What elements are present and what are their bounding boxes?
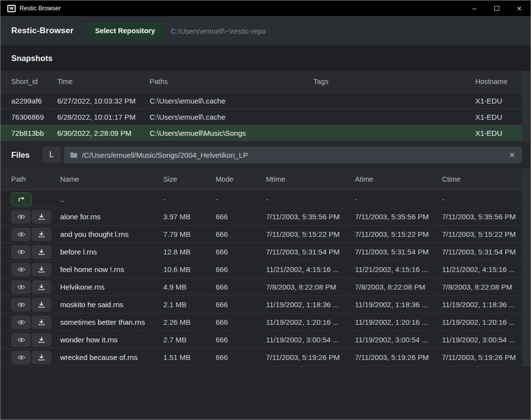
repository-path: C:\Users\emuell\~\restic-repo — [171, 27, 266, 35]
download-file-button[interactable] — [32, 228, 51, 241]
file-atime: 11/19/2002, 1:20:16 ... — [355, 318, 442, 326]
column-header-name: Name — [60, 175, 163, 183]
file-mode: 666 — [216, 336, 266, 344]
column-header-mode: Mode — [216, 175, 266, 183]
file-ctime: 7/11/2003, 5:35:56 PM — [442, 212, 520, 221]
file-name: .. — [60, 195, 163, 203]
snapshot-hostname: X1-EDU — [475, 97, 520, 105]
files-table-body: alone for.rns 3.97 MB 666 7/11/2003, 5:3… — [0, 208, 531, 366]
file-ctime: 11/19/2002, 3:00:54 ... — [442, 336, 520, 344]
files-scrollbar-track — [522, 168, 531, 366]
empty-area — [0, 366, 531, 420]
download-icon — [38, 336, 45, 343]
file-atime: 11/19/2002, 3:00:54 ... — [355, 336, 442, 344]
column-header-tags: Tags — [313, 78, 475, 85]
close-button[interactable]: ✕ — [508, 0, 531, 16]
preview-file-button[interactable] — [11, 280, 31, 294]
preview-file-button[interactable] — [11, 263, 31, 276]
file-list-mode-button[interactable]: L — [43, 147, 61, 163]
eye-icon — [17, 249, 25, 255]
snapshots-table: Short_id Time Paths Tags Hostname a2299a… — [0, 71, 531, 141]
preview-file-button[interactable] — [11, 210, 31, 224]
download-icon — [38, 319, 45, 326]
file-row: alone for.rns 3.97 MB 666 7/11/2003, 5:3… — [0, 208, 531, 226]
minimize-button[interactable]: ─ — [463, 0, 486, 16]
snapshot-hostname: X1-EDU — [475, 129, 520, 137]
titlebar: W Restic Browser ─ ✕ — [0, 0, 531, 16]
file-atime: 11/21/2002, 4:15:16 ... — [355, 265, 442, 273]
files-table: Path Name Size Mode Mtime Atime Ctime ..… — [0, 168, 531, 366]
file-name: alone for.rns — [60, 212, 163, 221]
preview-file-button[interactable] — [11, 333, 31, 347]
column-header-path: Path — [11, 175, 60, 183]
preview-file-button[interactable] — [11, 245, 31, 259]
preview-file-button[interactable] — [11, 298, 31, 312]
file-mtime: 7/11/2003, 5:19:26 PM — [266, 353, 355, 361]
file-atime: 7/11/2003, 5:35:56 PM — [355, 212, 442, 221]
download-file-button[interactable] — [32, 245, 51, 259]
maximize-icon — [494, 6, 499, 11]
file-mtime: - — [266, 195, 355, 203]
parent-directory-row: .. - - - - - — [0, 190, 531, 208]
file-mode: 666 — [216, 248, 266, 256]
download-file-button[interactable] — [32, 263, 51, 276]
snapshot-row[interactable]: 72b813bb 6/30/2022, 2:28:09 PM C:\Users\… — [0, 125, 531, 141]
clear-path-icon[interactable]: ✕ — [508, 150, 516, 160]
download-icon — [38, 213, 45, 220]
file-atime: 11/19/2002, 1:18:36 ... — [355, 300, 442, 309]
go-up-directory-button[interactable] — [11, 192, 32, 206]
download-file-button[interactable] — [32, 351, 51, 364]
file-size: 2.7 MB — [163, 336, 216, 344]
breadcrumb-path-text: /C/Users/emuell/Music/Songs/2004_Helveti… — [82, 151, 508, 159]
maximize-button[interactable] — [486, 0, 508, 16]
file-row: and you thought l.rns 7.79 MB 666 7/11/2… — [0, 226, 531, 243]
file-mtime: 7/8/2003, 8:22:08 PM — [266, 283, 355, 291]
download-file-button[interactable] — [32, 210, 51, 224]
files-table-header: Path Name Size Mode Mtime Atime Ctime — [0, 168, 531, 190]
file-ctime: 11/19/2002, 1:18:36 ... — [442, 300, 520, 309]
file-mtime: 11/19/2002, 1:20:16 ... — [266, 318, 355, 326]
column-header-ctime: Ctime — [442, 175, 520, 183]
snapshot-time: 6/28/2022, 10:01:17 PM — [57, 113, 150, 121]
window-title: Restic Browser — [20, 5, 61, 12]
file-size: 1.51 MB — [163, 353, 216, 361]
download-file-button[interactable] — [32, 333, 51, 347]
file-ctime: 7/11/2003, 5:15:22 PM — [442, 230, 520, 238]
file-path-breadcrumb[interactable]: /C/Users/emuell/Music/Songs/2004_Helveti… — [64, 147, 522, 163]
files-section-band: Files L /C/Users/emuell/Music/Songs/2004… — [0, 141, 531, 168]
files-heading: Files — [11, 150, 30, 160]
snapshot-paths: C:\Users\emuell\.cache — [150, 113, 313, 121]
snapshots-table-header: Short_id Time Paths Tags Hostname — [0, 71, 531, 93]
eye-icon — [17, 337, 25, 343]
eye-icon — [17, 214, 25, 220]
file-size: 4.9 MB — [163, 283, 216, 291]
eye-icon — [17, 302, 25, 308]
download-file-button[interactable] — [32, 298, 51, 312]
preview-file-button[interactable] — [11, 315, 31, 329]
file-mode: 666 — [216, 230, 266, 238]
file-mode: 666 — [216, 300, 266, 309]
file-name: moskito he said.rns — [60, 300, 163, 309]
file-mtime: 7/11/2003, 5:35:56 PM — [266, 212, 355, 221]
download-icon — [38, 231, 45, 238]
download-file-button[interactable] — [32, 315, 51, 329]
eye-icon — [17, 267, 25, 273]
preview-file-button[interactable] — [11, 351, 31, 364]
file-row: feel home now !.rns 10.6 MB 666 11/21/20… — [0, 261, 531, 278]
snapshots-table-body: a2299af6 6/27/2022, 10:03:32 PM C:\Users… — [0, 93, 531, 141]
preview-file-button[interactable] — [11, 228, 31, 241]
file-mode: 666 — [216, 212, 266, 221]
snapshot-row[interactable]: 76306869 6/28/2022, 10:01:17 PM C:\Users… — [0, 109, 531, 125]
file-atime: 7/11/2003, 5:31:54 PM — [355, 248, 442, 256]
select-repository-button[interactable]: Select Repository — [87, 22, 164, 40]
file-atime: 7/11/2003, 5:15:22 PM — [355, 230, 442, 238]
file-row: before l.rns 12.8 MB 666 7/11/2003, 5:31… — [0, 243, 531, 261]
download-file-button[interactable] — [32, 280, 51, 294]
up-directory-arrow-icon — [17, 196, 26, 202]
snapshot-time: 6/30/2022, 2:28:09 PM — [57, 129, 150, 137]
app-header: Restic-Browser Select Repository C:\User… — [0, 16, 531, 45]
column-header-short-id: Short_id — [11, 78, 57, 85]
file-name: wrecked because of.rns — [60, 353, 163, 361]
column-header-time: Time — [57, 78, 150, 85]
snapshot-row[interactable]: a2299af6 6/27/2022, 10:03:32 PM C:\Users… — [0, 93, 531, 109]
